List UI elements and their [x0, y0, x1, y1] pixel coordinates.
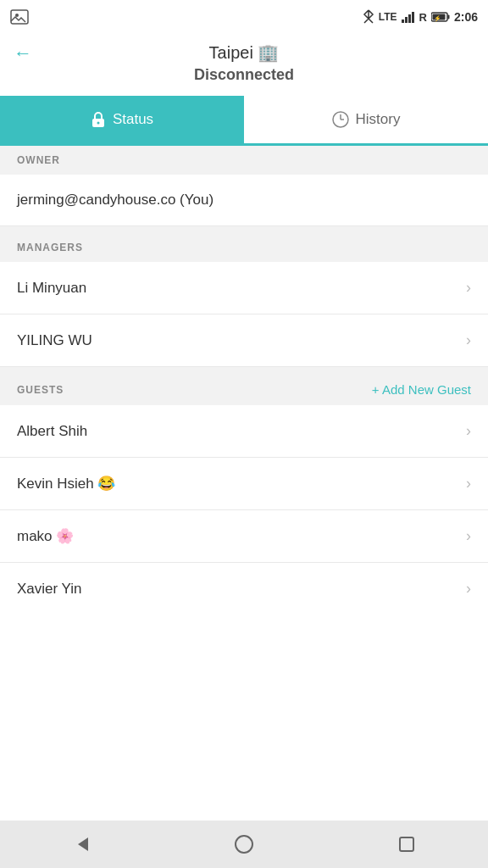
svg-rect-2: [402, 19, 404, 23]
nav-home-icon: [234, 834, 254, 854]
nav-recent-button[interactable]: [388, 826, 425, 863]
lock-icon: [91, 110, 106, 129]
bluetooth-icon: [363, 9, 374, 25]
photo-icon: [10, 8, 29, 26]
svg-rect-5: [412, 12, 414, 23]
guest-name: Kevin Hsieh 😂: [17, 475, 115, 492]
svg-point-11: [97, 122, 99, 125]
tab-bar: Status History: [0, 96, 488, 146]
svg-text:⚡: ⚡: [434, 14, 441, 22]
clock-icon: [332, 111, 349, 128]
list-item[interactable]: Albert Shih ›: [0, 405, 488, 458]
r-label: R: [419, 11, 427, 24]
svg-rect-3: [405, 17, 408, 23]
guest-name: Xavier Yin: [17, 581, 82, 598]
device-title: Taipei 🏢: [209, 42, 280, 63]
connection-status: Disconnected: [194, 66, 294, 84]
status-bar: LTE R ⚡ 2:06: [0, 0, 488, 34]
status-bar-left: [10, 8, 29, 26]
battery-icon: ⚡: [431, 12, 450, 22]
svg-rect-7: [447, 15, 449, 19]
section-divider-1: [0, 226, 488, 233]
bottom-nav: [0, 821, 488, 868]
guest-name: mako 🌸: [17, 527, 74, 545]
nav-back-icon: [71, 834, 92, 854]
guests-section-header: GUESTS + Add New Guest: [0, 374, 488, 405]
svg-rect-17: [400, 837, 413, 851]
svg-point-1: [15, 14, 19, 17]
svg-rect-4: [408, 14, 411, 23]
signal-icon: [402, 11, 415, 23]
owner-item: jerming@candyhouse.co (You): [0, 175, 488, 226]
header: ← Taipei 🏢 Disconnected: [0, 34, 488, 96]
list-item[interactable]: Li Minyuan ›: [0, 262, 488, 314]
status-tab-label: Status: [113, 111, 153, 128]
chevron-icon: ›: [466, 580, 471, 598]
main-content: OWNER jerming@candyhouse.co (You) MANAGE…: [0, 146, 488, 662]
chevron-icon: ›: [466, 331, 471, 349]
time-label: 2:06: [454, 10, 478, 24]
status-bar-right: LTE R ⚡ 2:06: [363, 9, 478, 25]
nav-home-button[interactable]: [225, 826, 263, 863]
chevron-icon: ›: [466, 475, 471, 492]
list-item[interactable]: Kevin Hsieh 😂 ›: [0, 458, 488, 510]
section-divider-2: [0, 367, 488, 374]
signal-lte: LTE: [379, 11, 397, 23]
managers-section-header: MANAGERS: [0, 233, 488, 262]
chevron-icon: ›: [466, 422, 471, 440]
svg-marker-15: [78, 837, 88, 851]
back-button[interactable]: ←: [14, 42, 32, 64]
list-item[interactable]: YILING WU ›: [0, 314, 488, 367]
nav-back-button[interactable]: [63, 826, 100, 863]
add-new-guest-button[interactable]: + Add New Guest: [372, 382, 471, 397]
manager-name: Li Minyuan: [17, 280, 86, 297]
chevron-icon: ›: [466, 527, 471, 545]
svg-point-16: [236, 836, 252, 853]
manager-name: YILING WU: [17, 332, 92, 349]
chevron-icon: ›: [466, 279, 471, 297]
guest-name: Albert Shih: [17, 423, 87, 440]
history-tab-label: History: [356, 111, 401, 128]
tab-status[interactable]: Status: [0, 96, 244, 143]
guests-heading-label: GUESTS: [17, 384, 64, 396]
list-item[interactable]: mako 🌸 ›: [0, 510, 488, 563]
list-item[interactable]: Xavier Yin ›: [0, 563, 488, 615]
tab-history[interactable]: History: [244, 96, 488, 143]
nav-recent-icon: [396, 834, 417, 854]
owner-section-header: OWNER: [0, 146, 488, 175]
